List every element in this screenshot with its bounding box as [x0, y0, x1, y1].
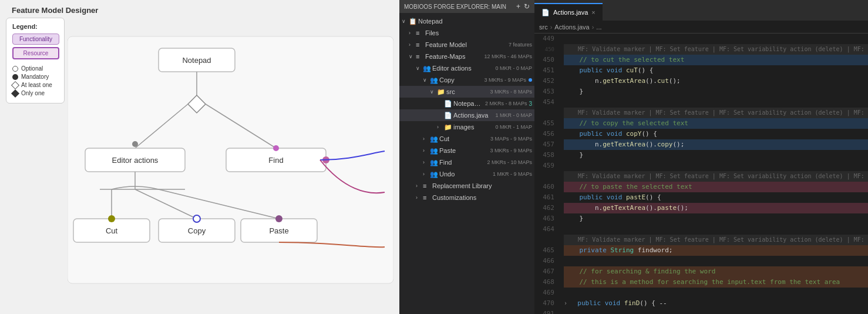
annotation-4-text: MF: Validate marker | MF: Set feature | …: [564, 235, 868, 245]
annotation-3-text: MF: Validate marker | MF: Set feature | …: [564, 171, 868, 182]
copy-label: Copy: [439, 76, 482, 83]
fn-cut: cuT: [626, 65, 638, 76]
notepadjava-label: Notepad.java: [453, 100, 483, 107]
replacementlib-label: Replacement Library: [432, 182, 532, 189]
arrow-icon: ›: [423, 136, 430, 142]
tree-cut[interactable]: › 👥 Cut 3 MAPs - 9 MAPs: [399, 133, 534, 145]
code-line-451: public void cuT() {: [564, 65, 868, 76]
fn-copy-call: copy: [657, 139, 673, 150]
annotation-2-text: MF: Validate marker | MF: Set feature | …: [564, 108, 868, 118]
legend-onlyone: Only one: [12, 90, 58, 96]
breadcrumb-sep: ›: [550, 24, 553, 31]
functionality-button[interactable]: Functionality: [12, 34, 59, 45]
tree-replacementlib[interactable]: › ≡ Replacement Library: [399, 180, 534, 192]
featuremodel-label: Feature Model: [425, 41, 506, 48]
svg-text:Notepad: Notepad: [182, 56, 211, 65]
ln-449: 449: [534, 34, 554, 44]
code-line-461: public void pastE() {: [564, 192, 868, 203]
legend-optional: Optional: [12, 65, 58, 72]
featuremodel-badge: 7 features: [509, 42, 532, 48]
atleastone-label: At least one: [21, 82, 52, 88]
code-line-456: public void copY() {: [564, 129, 868, 139]
cut-badge: 3 MAPs - 9 MAPs: [490, 136, 532, 142]
copy-badge: 3 MKRs - 9 MAPs: [484, 77, 526, 83]
ln-ann4: [534, 235, 554, 245]
code-line-462: n.getTextArea().paste();: [564, 203, 868, 213]
optional-label: Optional: [21, 65, 43, 72]
code-editor: 📄 Actions.java × src › Actions.java › ..…: [534, 0, 868, 314]
tree-featuremaps[interactable]: ∨ ≡ Feature-Maps 12 MKRs - 46 MAPs: [399, 51, 534, 62]
explorer-title: MOBIOOS FORGE EXPLORER: MAIN: [404, 4, 513, 10]
comment-467: // for searching & finding the word: [564, 266, 715, 277]
fn-paste-call: paste: [657, 203, 677, 213]
fn-cut-call: cut: [657, 76, 669, 86]
annotation-1-text: MF: Validate marker | MF: Set feature | …: [564, 44, 868, 55]
arrow-icon: ›: [423, 159, 430, 165]
ln-455: 455: [534, 118, 554, 129]
tab-close[interactable]: ×: [591, 9, 595, 16]
code-line-491: [564, 309, 868, 314]
tree-actionsjava[interactable]: 📄 Actions.java 1 MKR - 0 MAP: [399, 109, 534, 121]
diagram-canvas: Notepad Editor actions Find: [68, 12, 393, 308]
src-label: src: [446, 88, 487, 95]
arrow-icon: ∨: [409, 54, 416, 59]
find-label: Find: [439, 159, 485, 166]
collapse-icon-470[interactable]: ›: [564, 298, 567, 309]
tab-actionsjava[interactable]: 📄 Actions.java ×: [534, 3, 603, 21]
tree-src[interactable]: ∨ 📁 src 3 MKRs - 8 MAPs: [399, 86, 534, 98]
svg-text:Cut: Cut: [106, 226, 118, 235]
arrow-icon: ∨: [430, 89, 437, 95]
legend-mandatory: Mandatory: [12, 74, 58, 80]
svg-text:Paste: Paste: [269, 226, 288, 235]
ln-491: 491: [534, 309, 554, 314]
src-badge: 3 MKRs - 8 MAPs: [490, 89, 532, 95]
arrow-icon: ›: [416, 195, 423, 201]
find-badge: 2 MKRs - 10 MAPs: [487, 159, 532, 165]
editoractions-icon: 👥: [423, 65, 431, 72]
tree-notepad[interactable]: ∨ 📋 Notepad: [399, 15, 534, 27]
resource-button[interactable]: Resource: [12, 47, 59, 59]
tree-undo[interactable]: › 👥 Undo 1 MKR - 9 MAPs: [399, 168, 534, 180]
ln-467: 467: [534, 266, 554, 277]
ln-456: 456: [534, 129, 554, 139]
tree-copy[interactable]: ∨ 👥 Copy 3 MKRs - 9 MAPs: [399, 74, 534, 86]
ln-470: 470: [534, 298, 554, 309]
files-icon: ≡: [416, 29, 424, 36]
tree-paste[interactable]: › 👥 Paste 3 MKRs - 9 MAPs: [399, 145, 534, 156]
svg-point-12: [132, 141, 138, 147]
tree-feature-model[interactable]: › ≡ Feature Model 7 features: [399, 39, 534, 51]
cut-icon: 👥: [430, 135, 438, 143]
code-line-454: [564, 97, 868, 108]
paste-badge: 3 MKRs - 9 MAPs: [490, 148, 532, 153]
tree-notepadjava[interactable]: 📄 Notepad.java 2 MKRs - 8 MAPs 3: [399, 98, 534, 109]
tree-editoractions[interactable]: ∨ 👥 Editor actions 0 MKR - 0 MAP: [399, 62, 534, 74]
svg-point-24: [108, 215, 115, 222]
actionsjava-icon: 📄: [444, 112, 452, 119]
find-icon: 👥: [430, 159, 438, 166]
ln-464: 464: [534, 224, 554, 235]
tab-label: Actions.java: [553, 9, 588, 16]
fn-gettextarea2: getTextArea: [603, 139, 645, 150]
arrow-icon: ∨: [402, 18, 409, 24]
code-line-466: [564, 256, 868, 266]
fn-copy: copY: [626, 129, 642, 139]
arrow-icon: ›: [409, 42, 416, 48]
comment-460: // to paste the selected text: [564, 182, 692, 192]
code-line-464: [564, 224, 868, 235]
tree-customizations[interactable]: › ≡ Customizations: [399, 192, 534, 203]
src-icon: 📁: [437, 88, 445, 96]
kw-void: void: [607, 65, 626, 76]
breadcrumb-sep2: ›: [592, 24, 594, 31]
file-explorer: MOBIOOS FORGE EXPLORER: MAIN + ↻ ∨ 📋 Not…: [399, 0, 534, 314]
tree-find[interactable]: › 👥 Find 2 MKRs - 10 MAPs: [399, 156, 534, 168]
code-line-458: }: [564, 150, 868, 161]
refresh-icon[interactable]: ↻: [524, 2, 530, 11]
arrow-icon: ›: [409, 30, 416, 36]
tree-images[interactable]: › 📁 images 0 MKR - 1 MAP: [399, 121, 534, 133]
copy-icon: 👥: [430, 76, 438, 84]
breadcrumb: src › Actions.java › ...: [534, 21, 868, 34]
legend-atleastone: At least one: [12, 82, 58, 88]
tree-files[interactable]: › ≡ Files: [399, 27, 534, 39]
add-icon[interactable]: +: [516, 2, 520, 11]
ln-ann2: [534, 108, 554, 118]
